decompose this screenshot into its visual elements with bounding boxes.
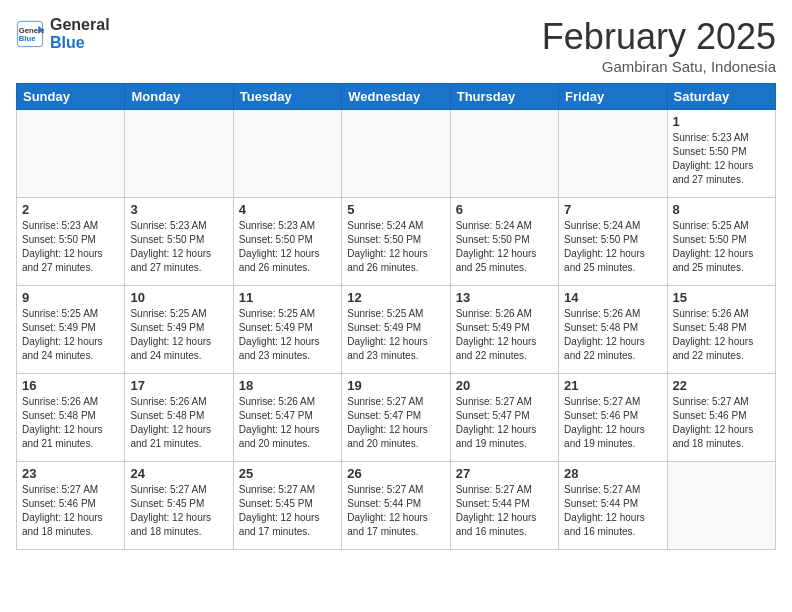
location-subtitle: Gambiran Satu, Indonesia <box>542 58 776 75</box>
weekday-wednesday: Wednesday <box>342 84 450 110</box>
day-info: Sunrise: 5:26 AM Sunset: 5:49 PM Dayligh… <box>456 307 553 363</box>
calendar-cell: 3Sunrise: 5:23 AM Sunset: 5:50 PM Daylig… <box>125 198 233 286</box>
day-info: Sunrise: 5:25 AM Sunset: 5:49 PM Dayligh… <box>347 307 444 363</box>
calendar-cell <box>559 110 667 198</box>
calendar-cell: 13Sunrise: 5:26 AM Sunset: 5:49 PM Dayli… <box>450 286 558 374</box>
day-number: 11 <box>239 290 336 305</box>
calendar-cell: 6Sunrise: 5:24 AM Sunset: 5:50 PM Daylig… <box>450 198 558 286</box>
title-block: February 2025 Gambiran Satu, Indonesia <box>542 16 776 75</box>
calendar-cell <box>233 110 341 198</box>
calendar-cell <box>17 110 125 198</box>
day-info: Sunrise: 5:24 AM Sunset: 5:50 PM Dayligh… <box>456 219 553 275</box>
day-info: Sunrise: 5:27 AM Sunset: 5:45 PM Dayligh… <box>239 483 336 539</box>
day-info: Sunrise: 5:27 AM Sunset: 5:44 PM Dayligh… <box>456 483 553 539</box>
weekday-header-row: SundayMondayTuesdayWednesdayThursdayFrid… <box>17 84 776 110</box>
calendar-week-1: 1Sunrise: 5:23 AM Sunset: 5:50 PM Daylig… <box>17 110 776 198</box>
day-number: 7 <box>564 202 661 217</box>
day-info: Sunrise: 5:27 AM Sunset: 5:46 PM Dayligh… <box>22 483 119 539</box>
calendar-cell: 12Sunrise: 5:25 AM Sunset: 5:49 PM Dayli… <box>342 286 450 374</box>
calendar-cell: 16Sunrise: 5:26 AM Sunset: 5:48 PM Dayli… <box>17 374 125 462</box>
calendar-cell: 27Sunrise: 5:27 AM Sunset: 5:44 PM Dayli… <box>450 462 558 550</box>
weekday-thursday: Thursday <box>450 84 558 110</box>
day-info: Sunrise: 5:25 AM Sunset: 5:49 PM Dayligh… <box>130 307 227 363</box>
day-info: Sunrise: 5:26 AM Sunset: 5:47 PM Dayligh… <box>239 395 336 451</box>
weekday-monday: Monday <box>125 84 233 110</box>
day-number: 21 <box>564 378 661 393</box>
calendar-cell: 14Sunrise: 5:26 AM Sunset: 5:48 PM Dayli… <box>559 286 667 374</box>
day-number: 19 <box>347 378 444 393</box>
calendar-cell: 17Sunrise: 5:26 AM Sunset: 5:48 PM Dayli… <box>125 374 233 462</box>
calendar-cell: 4Sunrise: 5:23 AM Sunset: 5:50 PM Daylig… <box>233 198 341 286</box>
day-number: 4 <box>239 202 336 217</box>
calendar-cell: 28Sunrise: 5:27 AM Sunset: 5:44 PM Dayli… <box>559 462 667 550</box>
day-info: Sunrise: 5:27 AM Sunset: 5:44 PM Dayligh… <box>564 483 661 539</box>
day-number: 15 <box>673 290 770 305</box>
day-number: 13 <box>456 290 553 305</box>
day-number: 22 <box>673 378 770 393</box>
calendar-cell: 5Sunrise: 5:24 AM Sunset: 5:50 PM Daylig… <box>342 198 450 286</box>
day-info: Sunrise: 5:27 AM Sunset: 5:45 PM Dayligh… <box>130 483 227 539</box>
day-number: 10 <box>130 290 227 305</box>
day-number: 28 <box>564 466 661 481</box>
logo-text-general: General <box>50 16 110 34</box>
day-info: Sunrise: 5:26 AM Sunset: 5:48 PM Dayligh… <box>564 307 661 363</box>
calendar-table: SundayMondayTuesdayWednesdayThursdayFrid… <box>16 83 776 550</box>
calendar-cell <box>342 110 450 198</box>
calendar-cell <box>667 462 775 550</box>
calendar-cell: 26Sunrise: 5:27 AM Sunset: 5:44 PM Dayli… <box>342 462 450 550</box>
calendar-cell: 8Sunrise: 5:25 AM Sunset: 5:50 PM Daylig… <box>667 198 775 286</box>
day-info: Sunrise: 5:27 AM Sunset: 5:44 PM Dayligh… <box>347 483 444 539</box>
day-info: Sunrise: 5:27 AM Sunset: 5:46 PM Dayligh… <box>673 395 770 451</box>
month-title: February 2025 <box>542 16 776 58</box>
weekday-sunday: Sunday <box>17 84 125 110</box>
calendar-cell: 2Sunrise: 5:23 AM Sunset: 5:50 PM Daylig… <box>17 198 125 286</box>
day-info: Sunrise: 5:25 AM Sunset: 5:50 PM Dayligh… <box>673 219 770 275</box>
calendar-cell: 10Sunrise: 5:25 AM Sunset: 5:49 PM Dayli… <box>125 286 233 374</box>
day-number: 18 <box>239 378 336 393</box>
logo: General Blue General Blue <box>16 16 110 51</box>
day-number: 17 <box>130 378 227 393</box>
calendar-cell: 15Sunrise: 5:26 AM Sunset: 5:48 PM Dayli… <box>667 286 775 374</box>
calendar-cell: 19Sunrise: 5:27 AM Sunset: 5:47 PM Dayli… <box>342 374 450 462</box>
day-number: 27 <box>456 466 553 481</box>
day-info: Sunrise: 5:25 AM Sunset: 5:49 PM Dayligh… <box>239 307 336 363</box>
day-info: Sunrise: 5:24 AM Sunset: 5:50 PM Dayligh… <box>564 219 661 275</box>
calendar-cell: 18Sunrise: 5:26 AM Sunset: 5:47 PM Dayli… <box>233 374 341 462</box>
calendar-week-5: 23Sunrise: 5:27 AM Sunset: 5:46 PM Dayli… <box>17 462 776 550</box>
day-number: 12 <box>347 290 444 305</box>
day-number: 2 <box>22 202 119 217</box>
day-number: 6 <box>456 202 553 217</box>
day-info: Sunrise: 5:27 AM Sunset: 5:47 PM Dayligh… <box>456 395 553 451</box>
day-info: Sunrise: 5:26 AM Sunset: 5:48 PM Dayligh… <box>22 395 119 451</box>
weekday-friday: Friday <box>559 84 667 110</box>
weekday-saturday: Saturday <box>667 84 775 110</box>
calendar-cell: 24Sunrise: 5:27 AM Sunset: 5:45 PM Dayli… <box>125 462 233 550</box>
day-number: 26 <box>347 466 444 481</box>
calendar-cell: 25Sunrise: 5:27 AM Sunset: 5:45 PM Dayli… <box>233 462 341 550</box>
calendar-week-3: 9Sunrise: 5:25 AM Sunset: 5:49 PM Daylig… <box>17 286 776 374</box>
calendar-cell: 21Sunrise: 5:27 AM Sunset: 5:46 PM Dayli… <box>559 374 667 462</box>
calendar-cell: 1Sunrise: 5:23 AM Sunset: 5:50 PM Daylig… <box>667 110 775 198</box>
day-info: Sunrise: 5:27 AM Sunset: 5:46 PM Dayligh… <box>564 395 661 451</box>
day-info: Sunrise: 5:23 AM Sunset: 5:50 PM Dayligh… <box>673 131 770 187</box>
day-number: 14 <box>564 290 661 305</box>
weekday-tuesday: Tuesday <box>233 84 341 110</box>
calendar-cell <box>125 110 233 198</box>
day-number: 9 <box>22 290 119 305</box>
day-number: 5 <box>347 202 444 217</box>
calendar-cell <box>450 110 558 198</box>
day-number: 1 <box>673 114 770 129</box>
day-info: Sunrise: 5:23 AM Sunset: 5:50 PM Dayligh… <box>22 219 119 275</box>
svg-text:Blue: Blue <box>19 34 36 43</box>
day-info: Sunrise: 5:27 AM Sunset: 5:47 PM Dayligh… <box>347 395 444 451</box>
calendar-cell: 11Sunrise: 5:25 AM Sunset: 5:49 PM Dayli… <box>233 286 341 374</box>
calendar-week-4: 16Sunrise: 5:26 AM Sunset: 5:48 PM Dayli… <box>17 374 776 462</box>
day-number: 8 <box>673 202 770 217</box>
day-number: 16 <box>22 378 119 393</box>
page-header: General Blue General Blue February 2025 … <box>16 16 776 75</box>
day-info: Sunrise: 5:23 AM Sunset: 5:50 PM Dayligh… <box>239 219 336 275</box>
day-info: Sunrise: 5:26 AM Sunset: 5:48 PM Dayligh… <box>673 307 770 363</box>
day-info: Sunrise: 5:25 AM Sunset: 5:49 PM Dayligh… <box>22 307 119 363</box>
calendar-cell: 7Sunrise: 5:24 AM Sunset: 5:50 PM Daylig… <box>559 198 667 286</box>
day-info: Sunrise: 5:26 AM Sunset: 5:48 PM Dayligh… <box>130 395 227 451</box>
